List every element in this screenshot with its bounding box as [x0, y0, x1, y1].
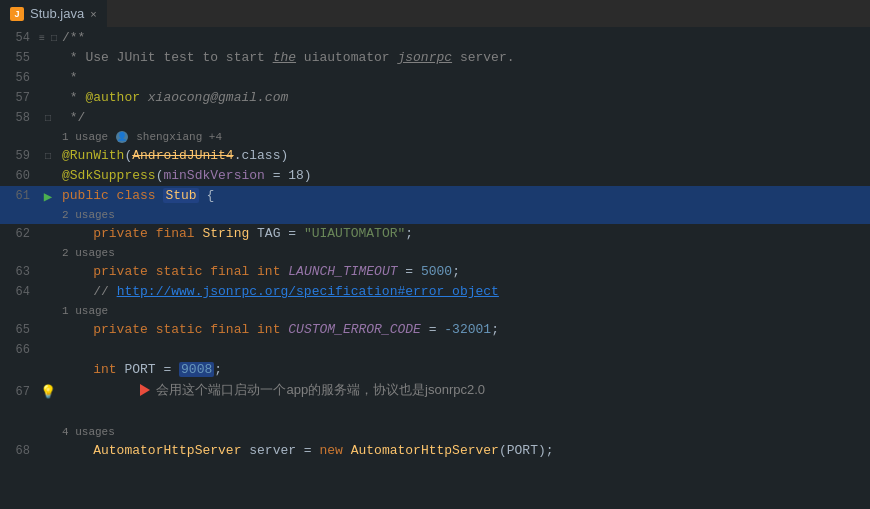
author-58: shengxiang +4	[136, 128, 222, 146]
code-line-63: 63 private static final int LAUNCH_TIMEO…	[0, 262, 870, 282]
stub-java-tab[interactable]: J Stub.java ×	[0, 0, 107, 28]
line-number-57: 57	[0, 88, 38, 108]
tab-filename: Stub.java	[30, 6, 84, 21]
usage-count-61: 2 usages	[62, 206, 115, 224]
tab-bar: J Stub.java ×	[0, 0, 870, 28]
line-content-54: /**	[58, 28, 870, 48]
code-line-56: 56 *	[0, 68, 870, 88]
sub-line-62: 2 usages	[0, 244, 870, 262]
code-line-65: 65 private static final int CUSTOM_ERROR…	[0, 320, 870, 340]
line-number-54: 54	[0, 28, 38, 48]
line-content-59: @RunWith(AndroidJUnit4.class)	[58, 146, 870, 166]
author-icon-58: 👤	[116, 131, 128, 143]
code-line-55: 55 * Use JUnit test to start the uiautom…	[0, 48, 870, 68]
code-line-64: 64 // http://www.jsonrpc.org/specificati…	[0, 282, 870, 320]
line-gutter-59: □	[38, 151, 58, 162]
sub-line-58: 1 usage 👤 shengxiang +4	[0, 128, 870, 146]
line-gutter-54: ≡ □	[38, 33, 58, 44]
usage-count-67: 4 usages	[62, 423, 115, 441]
code-line-61: 61 ▶ public class Stub { 2 usages	[0, 186, 870, 224]
sub-line-64: 1 usage	[0, 302, 870, 320]
line-content-60: @SdkSuppress(minSdkVersion = 18)	[58, 166, 870, 186]
line-content-57: * @author xiaocong@gmail.com	[58, 88, 870, 108]
code-line-59: 59 □ @RunWith(AndroidJUnit4.class)	[0, 146, 870, 166]
line-number-62: 62	[0, 224, 38, 244]
line-content-61: public class Stub {	[58, 186, 870, 206]
line-content-66	[58, 340, 870, 360]
code-line-58: 58 □ */ 1 usage 👤 shengxiang +4	[0, 108, 870, 146]
bulb-icon-67[interactable]: 💡	[38, 384, 58, 400]
sub-line-67: 4 usages	[0, 423, 870, 441]
line-number-68: 68	[0, 441, 38, 461]
code-line-68: 68 AutomatorHttpServer server = new Auto…	[0, 441, 870, 461]
code-line-60: 60 @SdkSuppress(minSdkVersion = 18)	[0, 166, 870, 186]
sub-line-61: 2 usages	[0, 206, 870, 224]
code-line-66: 66	[0, 340, 870, 360]
usage-count-58: 1 usage	[62, 128, 108, 146]
line-number-58: 58	[0, 108, 38, 128]
java-file-icon: J	[10, 7, 24, 21]
line-number-59: 59	[0, 146, 38, 166]
code-line-62: 62 private final String TAG = "UIAUTOMAT…	[0, 224, 870, 262]
line-content-65: private static final int CUSTOM_ERROR_CO…	[58, 320, 870, 340]
red-arrow-67	[140, 384, 150, 396]
line-number-65: 65	[0, 320, 38, 340]
code-line-57: 57 * @author xiaocong@gmail.com	[0, 88, 870, 108]
line-content-56: *	[58, 68, 870, 88]
line-number-61: 61	[0, 186, 38, 206]
line-number-56: 56	[0, 68, 38, 88]
line-content-64: // http://www.jsonrpc.org/specification#…	[58, 282, 870, 302]
line-content-63: private static final int LAUNCH_TIMEOUT …	[58, 262, 870, 282]
usage-count-64: 1 usage	[62, 302, 108, 320]
code-line-54: 54 ≡ □ /**	[0, 28, 870, 48]
line-content-67: int PORT = 9008; 会用这个端口启动一个app的服务端，协议也是j…	[58, 360, 870, 423]
line-number-60: 60	[0, 166, 38, 186]
line-content-58: */	[58, 108, 870, 128]
exec-arrow-61: ▶	[38, 188, 58, 205]
chinese-annotation-67: 会用这个端口启动一个app的服务端，协议也是jsonrpc2.0	[156, 380, 485, 400]
usage-count-62: 2 usages	[62, 244, 115, 262]
line-number-63: 63	[0, 262, 38, 282]
line-number-64: 64	[0, 282, 38, 302]
line-gutter-58: □	[38, 113, 58, 124]
code-line-67: 67 💡 int PORT = 9008; 会用这个端口启动一个app的服务端，…	[0, 360, 870, 441]
line-content-68: AutomatorHttpServer server = new Automat…	[58, 441, 870, 461]
line-number-67: 67	[0, 382, 38, 402]
line-number-66: 66	[0, 340, 38, 360]
close-tab-icon[interactable]: ×	[90, 8, 96, 20]
line-number-55: 55	[0, 48, 38, 68]
code-area: 54 ≡ □ /** 55 * Use JUnit test to start …	[0, 28, 870, 509]
line-content-62: private final String TAG = "UIAUTOMATOR"…	[58, 224, 870, 244]
line-content-55: * Use JUnit test to start the uiautomato…	[58, 48, 870, 68]
